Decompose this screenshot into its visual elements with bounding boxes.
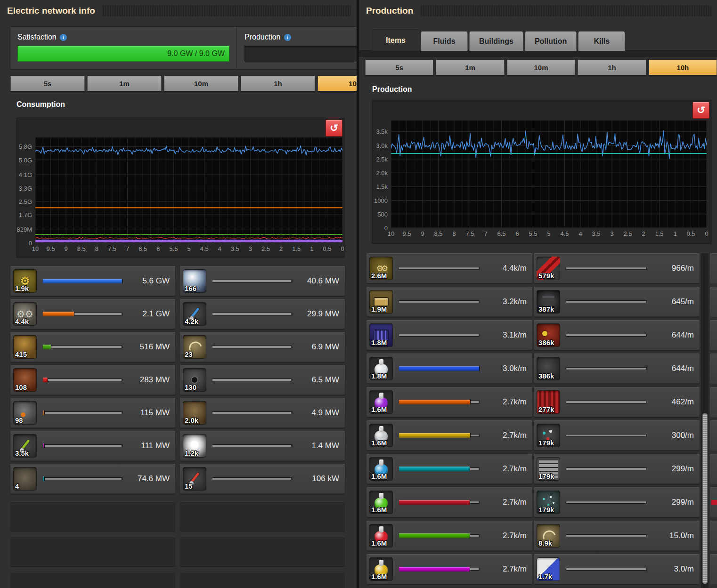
item-row[interactable]: 579k 966/m xyxy=(534,253,700,283)
red-magazine-stack-icon: 277k xyxy=(537,390,560,414)
tab-buildings[interactable]: Buildings xyxy=(469,32,523,51)
item-row[interactable]: 179k 299/m xyxy=(534,487,700,517)
item-row[interactable]: 1.9M 3.2k/m xyxy=(367,287,532,317)
empty-row xyxy=(10,537,175,567)
production-rate: 299/m xyxy=(652,464,694,474)
items-column-1: ⚙⚙2.6M 4.4k/m 1.9M 3.2k/m 1.8M 3.1k/m 1.… xyxy=(367,253,532,588)
item-row[interactable]: 386k 644/m xyxy=(534,320,700,350)
tab-row: Items Fluids Buildings Pollution Kills xyxy=(372,29,625,51)
production-rate: 2.7k/m xyxy=(485,564,527,574)
left-time-buttons: 5s 1m 10m 1h 10h xyxy=(10,76,357,91)
left-panel-titlebar[interactable]: Electric network info xyxy=(0,0,357,22)
item-row[interactable]: 8.9k 15.0/m xyxy=(534,521,700,551)
item-row[interactable]: 1.6M 2.7k/m xyxy=(367,521,532,551)
electric-mining-drill-icon: 98 xyxy=(13,401,37,425)
consumption-value: 2.1 GW xyxy=(128,309,170,319)
consumer-row[interactable]: 3.5k 111 MW xyxy=(10,431,175,461)
satisfaction-label: Satisfaction xyxy=(17,33,57,41)
time-button-5s[interactable]: 5s xyxy=(365,60,433,75)
drag-grip[interactable] xyxy=(420,5,711,16)
production-rate: 4.4k/m xyxy=(485,264,527,273)
item-row[interactable]: 179k 299/m xyxy=(534,454,700,484)
item-row[interactable]: 1.6M 2.7k/m xyxy=(367,387,532,417)
consumption-value: 115 MW xyxy=(128,408,170,418)
time-button-10h[interactable]: 10h xyxy=(318,76,357,91)
tab-kills[interactable]: Kills xyxy=(578,32,625,51)
teal-component-icon: 179k xyxy=(537,491,560,514)
factorio-screen: Electric network info Satisfaction i 9.0… xyxy=(0,0,717,588)
consumer-row[interactable]: 15 106 kW xyxy=(180,464,345,494)
time-button-1h[interactable]: 1h xyxy=(241,76,315,91)
oil-refinery-icon: 4 xyxy=(13,467,37,491)
time-button-1m[interactable]: 1m xyxy=(436,60,504,75)
time-button-1m[interactable]: 1m xyxy=(87,76,162,91)
production-rate: 300/m xyxy=(652,431,694,440)
assembling-machine-icon: ⚙1.9k xyxy=(13,269,37,293)
consumer-row[interactable]: 108 283 MW xyxy=(10,365,175,395)
consumption-value: 106 kW xyxy=(298,474,339,483)
production-summary-section: Production i xyxy=(237,27,357,69)
dark-container-icon: 387k xyxy=(537,290,560,314)
info-icon: i xyxy=(284,34,291,41)
science-flask-red-icon: 1.6M xyxy=(369,524,393,548)
consumption-value: 283 MW xyxy=(128,375,170,385)
stone-furnace-icon: 2.0k xyxy=(183,401,206,425)
reset-zoom-button[interactable]: ↺ xyxy=(693,102,709,119)
consumer-row[interactable]: 166 40.6 MW xyxy=(180,266,345,296)
production-rate: 644/m xyxy=(652,364,694,373)
empty-rows-column-2 xyxy=(180,501,345,588)
drag-grip[interactable] xyxy=(102,5,351,16)
inserter-green-icon: 3.5k xyxy=(13,434,37,458)
row-stub xyxy=(710,420,717,451)
consumer-row[interactable]: 98 115 MW xyxy=(10,398,175,428)
consumer-row[interactable]: 4 74.6 MW xyxy=(10,464,175,494)
production-rate: 2.7k/m xyxy=(485,431,527,440)
time-button-1h[interactable]: 1h xyxy=(578,60,646,75)
production-rate: 645/m xyxy=(652,297,694,306)
item-row[interactable]: 1.8M 3.1k/m xyxy=(367,320,532,350)
reset-zoom-button[interactable]: ↺ xyxy=(326,120,342,137)
item-row[interactable]: ⚙⚙2.6M 4.4k/m xyxy=(367,253,532,283)
item-row[interactable]: 386k 644/m xyxy=(534,354,700,384)
stone-wall-icon: 179k xyxy=(537,457,560,481)
item-row[interactable]: 1.6M 2.7k/m xyxy=(367,420,532,451)
right-panel-title: Production xyxy=(366,6,413,16)
tab-fluids[interactable]: Fluids xyxy=(421,32,468,51)
time-button-10h[interactable]: 10h xyxy=(649,60,717,75)
time-button-10m[interactable]: 10m xyxy=(164,76,238,91)
empty-row xyxy=(10,572,175,588)
item-row[interactable]: 1.7k 3.0/m xyxy=(534,554,700,584)
consumer-row[interactable]: 1.2k 1.4 MW xyxy=(180,431,345,461)
production-rate: 2.7k/m xyxy=(485,531,527,540)
time-button-10m[interactable]: 10m xyxy=(507,60,575,75)
item-row[interactable]: 1.6M 2.7k/m xyxy=(367,487,532,517)
empty-row xyxy=(180,572,345,588)
consumer-row[interactable]: 2.0k 4.9 MW xyxy=(180,398,345,428)
item-row[interactable]: 277k 462/m xyxy=(534,387,700,417)
item-row[interactable]: 1.6M 2.7k/m xyxy=(367,554,532,584)
consumer-row[interactable]: 415 516 MW xyxy=(10,332,175,362)
time-button-5s[interactable]: 5s xyxy=(10,76,85,91)
scrollbar-thumb[interactable] xyxy=(702,413,708,584)
item-row[interactable]: 1.8M 3.0k/m xyxy=(367,354,532,384)
consumer-row[interactable]: 130 6.5 MW xyxy=(180,365,345,395)
consumption-plot xyxy=(35,137,342,243)
consumer-row[interactable]: ⚙1.9k 5.6 GW xyxy=(10,266,175,296)
science-flask-white-icon: 1.8M xyxy=(369,357,393,380)
item-row[interactable]: 179k 300/m xyxy=(534,420,700,451)
tab-items[interactable]: Items xyxy=(372,29,419,51)
item-row[interactable]: 1.6M 2.7k/m xyxy=(367,454,532,484)
item-row[interactable]: 387k 645/m xyxy=(534,287,700,317)
items-column-2: 579k 966/m 387k 645/m 386k 644/m 386k 64… xyxy=(534,253,700,588)
consumer-row[interactable]: 23 6.9 MW xyxy=(180,332,345,362)
right-panel-titlebar[interactable]: Production xyxy=(359,0,717,22)
production-rate: 966/m xyxy=(652,264,694,273)
consumer-row[interactable]: ⚙⚙4.4k 2.1 GW xyxy=(10,299,175,329)
satellite-part-icon: 1.7k xyxy=(537,557,560,581)
consumption-value: 40.6 MW xyxy=(298,276,339,286)
empty-row xyxy=(180,537,345,567)
tab-pollution[interactable]: Pollution xyxy=(525,32,577,51)
consumer-row[interactable]: 4.2k 29.9 MW xyxy=(180,299,345,329)
row-stub xyxy=(710,554,717,584)
scrollbar[interactable] xyxy=(701,253,709,588)
